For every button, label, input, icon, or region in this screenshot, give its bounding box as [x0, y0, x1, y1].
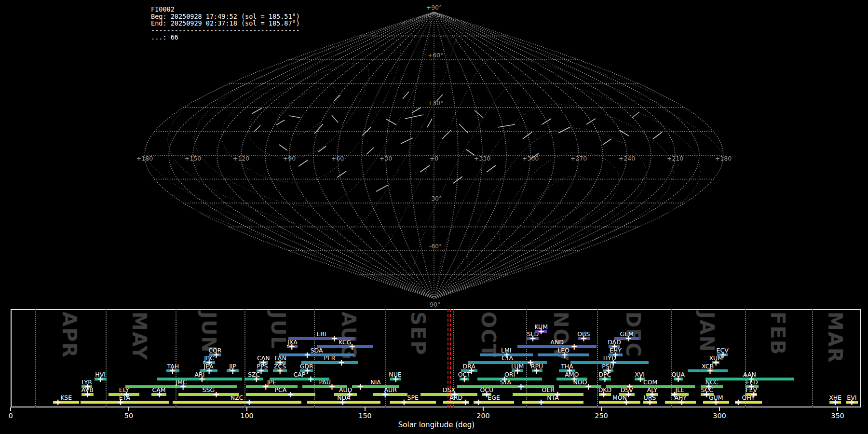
month-separator [35, 309, 36, 407]
peak-marker: + [245, 398, 253, 406]
peak-marker: + [54, 398, 62, 406]
peak-marker: + [584, 383, 592, 391]
peak-marker: + [712, 359, 720, 366]
month-label: MAR [824, 312, 846, 364]
peak-marker: + [346, 391, 353, 398]
peak-marker: + [287, 391, 295, 398]
month-label: AUG [338, 312, 360, 360]
peak-marker: + [678, 398, 686, 406]
peak-marker: + [611, 351, 619, 359]
peak-marker: + [253, 375, 260, 383]
peak-marker: + [262, 383, 270, 391]
axis-tick [365, 407, 366, 411]
peak-marker: + [229, 367, 237, 375]
axis-tick-label: 200 [469, 412, 498, 420]
activity-chart: Solar longitude (deg) APRMAYJUNJULAUGSEP… [0, 0, 868, 434]
peak-marker: + [483, 391, 490, 398]
peak-marker: + [610, 359, 617, 366]
peak-marker: + [566, 367, 573, 375]
axis-tick-label: 250 [587, 412, 616, 420]
peak-marker: + [648, 391, 656, 398]
peak-marker: + [328, 383, 336, 391]
peak-marker: + [537, 398, 545, 406]
peak-marker: + [475, 398, 482, 406]
peak-marker: + [605, 367, 612, 375]
peak-marker: + [117, 398, 124, 406]
peak-marker: + [747, 375, 755, 383]
peak-marker: + [461, 398, 469, 406]
peak-marker: + [179, 383, 187, 391]
peak-marker: + [276, 359, 284, 366]
axis-tick-label: 350 [823, 412, 852, 420]
peak-marker: + [624, 391, 632, 398]
peak-marker: + [96, 375, 104, 383]
peak-marker: + [537, 327, 545, 335]
peak-marker: + [623, 398, 630, 406]
axis-tick-label: 50 [114, 412, 143, 420]
axis-tick-label: 150 [351, 412, 380, 420]
peak-marker: + [703, 391, 710, 398]
peak-marker: + [348, 343, 356, 351]
axis-tick [246, 407, 247, 411]
peak-marker: + [288, 343, 296, 351]
peak-marker: + [719, 351, 727, 359]
peak-marker: + [122, 391, 130, 398]
peak-marker: + [626, 383, 634, 391]
peak-marker: + [624, 335, 632, 342]
peak-marker: + [381, 391, 389, 398]
peak-marker: + [501, 375, 508, 383]
peak-marker: + [601, 375, 609, 383]
peak-marker: + [750, 391, 758, 398]
peak-marker: + [705, 383, 713, 391]
peak-marker: + [554, 391, 561, 398]
axis-tick [10, 407, 11, 411]
peak-marker: + [205, 367, 213, 375]
axis-tick-label: 0 [0, 412, 25, 420]
peak-marker: + [461, 375, 468, 383]
screen: +90°-90°+60°+30°-30°-60°+180+150+120+90+… [0, 0, 868, 434]
axis-tick [483, 407, 484, 411]
peak-marker: + [307, 375, 314, 383]
axis-tick [719, 407, 720, 411]
peak-marker: + [468, 367, 475, 375]
peak-marker: + [198, 375, 206, 383]
x-axis-title: Solar longitude (deg) [366, 420, 506, 429]
peak-marker: + [529, 335, 537, 342]
peak-marker: + [517, 383, 525, 391]
peak-marker: + [712, 398, 720, 406]
peak-marker: + [169, 367, 176, 375]
peak-marker: + [339, 398, 347, 406]
peak-marker: + [205, 359, 213, 366]
peak-marker: + [848, 398, 855, 406]
peak-marker: + [570, 343, 578, 351]
peak-marker: + [646, 398, 654, 406]
peak-marker: + [600, 391, 608, 398]
peak-marker: + [570, 375, 578, 383]
peak-marker: + [734, 398, 742, 406]
peak-marker: + [392, 375, 400, 383]
axis-tick [601, 407, 602, 411]
peak-marker: + [747, 383, 755, 391]
peak-marker: + [671, 391, 678, 398]
peak-marker: + [338, 359, 345, 366]
peak-marker: + [503, 351, 511, 359]
peak-marker: + [706, 367, 714, 375]
peak-marker: + [83, 391, 91, 398]
month-label: SEP [407, 312, 429, 355]
peak-marker: + [303, 351, 311, 359]
peak-marker: + [451, 391, 459, 398]
peak-marker: + [580, 335, 587, 342]
axis-tick [837, 407, 838, 411]
peak-marker: + [527, 359, 534, 366]
peak-marker: + [212, 351, 220, 359]
axis-tick-label: 300 [705, 412, 734, 420]
axis-tick-label: 100 [232, 412, 261, 420]
peak-marker: + [561, 351, 569, 359]
shower-label: KSE [47, 394, 85, 401]
month-label: FEB [767, 312, 789, 355]
peak-marker: + [276, 367, 284, 375]
month-label: MAY [128, 312, 150, 361]
axis-tick [128, 407, 129, 411]
peak-marker: + [212, 391, 220, 398]
peak-marker: + [156, 391, 163, 398]
